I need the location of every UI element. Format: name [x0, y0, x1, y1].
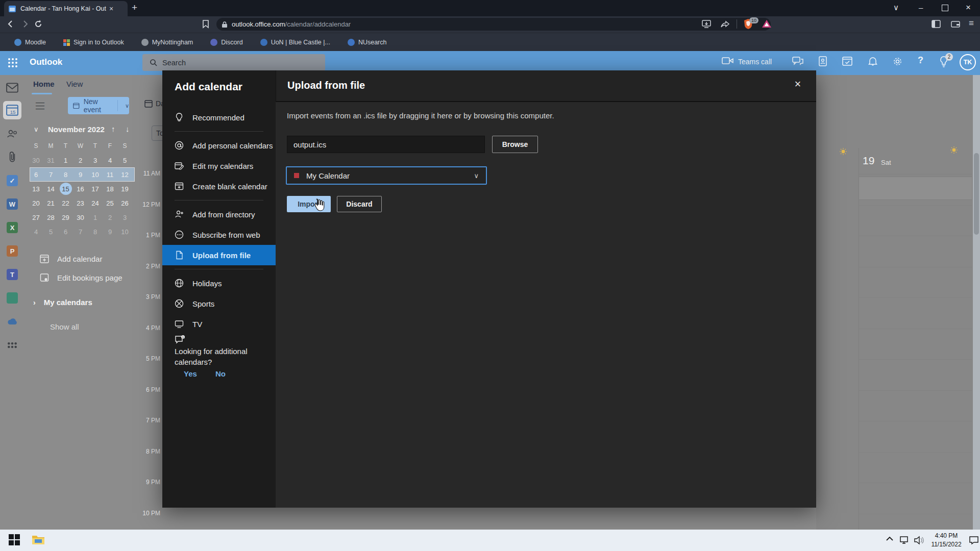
bookmark-item[interactable]: MyNottingham	[141, 33, 193, 52]
mini-calendar-day[interactable]: 10	[88, 167, 103, 182]
window-minimize-button[interactable]: –	[919, 3, 923, 12]
mini-calendar-day[interactable]: 21	[43, 196, 58, 210]
attachments-icon[interactable]	[6, 151, 18, 163]
mini-calendar-day[interactable]: 17	[88, 182, 103, 196]
bookmark-flag-icon[interactable]	[202, 19, 210, 29]
mini-calendar-day[interactable]: 14	[43, 182, 58, 196]
tab-home[interactable]: Home	[33, 80, 55, 88]
mini-calendar-day[interactable]: 28	[43, 210, 58, 224]
dialog-nav-create-blank-calendar[interactable]: Create blank calendar	[162, 176, 276, 196]
bookmark-item[interactable]: UoN | Blue Castle |...	[260, 33, 330, 52]
settings-gear-icon[interactable]	[892, 56, 903, 67]
search-input[interactable]: Search	[142, 54, 325, 71]
excel-icon[interactable]: X	[6, 221, 18, 234]
back-button[interactable]	[6, 19, 15, 29]
tab-search-chevron-icon[interactable]: ∨	[893, 3, 899, 12]
bookmark-item[interactable]: Moodle	[14, 33, 46, 52]
browser-menu-icon[interactable]: ≡	[969, 18, 974, 29]
collapse-sidebar-icon[interactable]: ———	[36, 101, 47, 110]
mini-calendar-day[interactable]: 27	[29, 210, 43, 224]
wallet-icon[interactable]	[950, 19, 961, 29]
mini-calendar-day[interactable]: 30	[29, 153, 43, 167]
no-link[interactable]: No	[215, 369, 226, 378]
teams-call-label[interactable]: Teams call	[738, 58, 772, 66]
start-button[interactable]	[8, 534, 20, 546]
bookmark-item[interactable]: NUsearch	[348, 33, 387, 52]
account-avatar[interactable]: TK	[960, 54, 976, 70]
people-icon[interactable]	[6, 128, 18, 140]
mini-calendar-day[interactable]: 8	[88, 224, 103, 239]
dialog-nav-add-personal-calendars[interactable]: Add personal calendars	[162, 135, 276, 156]
help-icon[interactable]: ?	[918, 55, 923, 66]
mini-calendar-day[interactable]: 20	[29, 196, 43, 210]
reload-button[interactable]	[34, 19, 43, 29]
file-name-input[interactable]	[287, 136, 485, 153]
mini-calendar-day[interactable]: 25	[103, 196, 117, 210]
onedrive-icon[interactable]	[6, 315, 18, 328]
new-event-chevron-icon[interactable]: ∨	[125, 103, 129, 109]
file-explorer-icon[interactable]	[32, 534, 45, 546]
bookmark-item[interactable]: Sign in to Outlook	[63, 33, 124, 52]
app-launcher-waffle-icon[interactable]	[7, 57, 18, 68]
discard-button[interactable]: Discard	[337, 196, 382, 212]
mini-calendar-prev-icon[interactable]: ↑	[111, 124, 115, 133]
mini-calendar-day[interactable]: 9	[73, 167, 88, 182]
volume-icon[interactable]	[914, 536, 924, 545]
browse-button[interactable]: Browse	[492, 136, 538, 153]
mini-calendar-day[interactable]: 24	[88, 196, 103, 210]
dialog-nav-tv[interactable]: TV	[162, 314, 276, 334]
window-restore-button[interactable]	[942, 5, 948, 11]
mail-icon[interactable]	[6, 82, 18, 94]
dialog-nav-sports[interactable]: Sports	[162, 293, 276, 314]
mini-calendar-day[interactable]: 7	[43, 167, 58, 182]
mini-calendar-day[interactable]: 2	[103, 210, 117, 224]
powerpoint-icon[interactable]: P	[6, 245, 18, 257]
calendar-module-icon[interactable]: 15	[6, 104, 18, 116]
calendar-select[interactable]: My Calendar ∨	[286, 166, 487, 185]
share-icon[interactable]	[720, 19, 730, 29]
mini-calendar-day[interactable]: 5	[43, 224, 58, 239]
teams-call-icon[interactable]	[722, 56, 734, 65]
dialog-nav-subscribe-from-web[interactable]: Subscribe from web	[162, 224, 276, 245]
calendar-check-icon[interactable]	[842, 56, 852, 66]
mini-calendar-day[interactable]: 9	[103, 224, 117, 239]
mini-calendar-day[interactable]: 30	[73, 210, 88, 224]
action-center-icon[interactable]	[969, 536, 979, 545]
page-scrollbar-thumb[interactable]	[974, 153, 979, 235]
new-event-button[interactable]: New event ∨	[68, 97, 129, 114]
chat-icon[interactable]	[792, 56, 803, 66]
mini-calendar-day[interactable]: 29	[58, 210, 73, 224]
sidebar-icon[interactable]	[931, 19, 941, 29]
mini-calendar-month[interactable]: November 2022	[48, 125, 105, 134]
mini-calendar-day[interactable]: 31	[43, 153, 58, 167]
network-icon[interactable]	[899, 536, 910, 545]
mini-calendar-day[interactable]: 18	[103, 182, 117, 196]
sidebar-edit-bookings[interactable]: Edit bookings page	[40, 273, 122, 282]
forward-button[interactable]	[20, 19, 30, 29]
mini-calendar-day[interactable]: 12	[117, 167, 132, 182]
mini-calendar-day[interactable]: 2	[73, 153, 88, 167]
mini-calendar-day[interactable]: 3	[88, 153, 103, 167]
dialog-nav-edit-my-calendars[interactable]: Edit my calendars	[162, 156, 276, 176]
contacts-book-icon[interactable]	[818, 56, 828, 66]
mini-calendar-day[interactable]: 7	[73, 224, 88, 239]
yes-link[interactable]: Yes	[184, 369, 197, 378]
tab-view[interactable]: View	[66, 80, 83, 88]
install-icon[interactable]	[701, 19, 712, 29]
dialog-nav-upload-from-file[interactable]: Upload from file	[162, 245, 276, 265]
mini-calendar-day[interactable]: 16	[73, 182, 88, 196]
dialog-close-icon[interactable]: ×	[791, 78, 805, 92]
day-view-button[interactable]: Da	[144, 99, 165, 108]
notifications-bell-icon[interactable]	[868, 56, 878, 66]
mini-calendar-day[interactable]: 4	[29, 224, 43, 239]
mini-calendar-day[interactable]: 5	[117, 153, 132, 167]
tab-close-icon[interactable]: ×	[109, 5, 113, 13]
mini-calendar-day[interactable]: 8	[58, 167, 73, 182]
dialog-nav-holidays[interactable]: Holidays	[162, 273, 276, 293]
mini-calendar-day[interactable]: 10	[117, 224, 132, 239]
dialog-nav-recommended[interactable]: Recommended	[162, 107, 276, 128]
mini-calendar-day[interactable]: 15	[58, 182, 73, 196]
tray-expand-chevron-icon[interactable]	[886, 536, 894, 542]
mini-calendar-collapse-chevron-icon[interactable]: ∨	[34, 126, 39, 133]
teams-icon[interactable]: T	[6, 268, 18, 281]
